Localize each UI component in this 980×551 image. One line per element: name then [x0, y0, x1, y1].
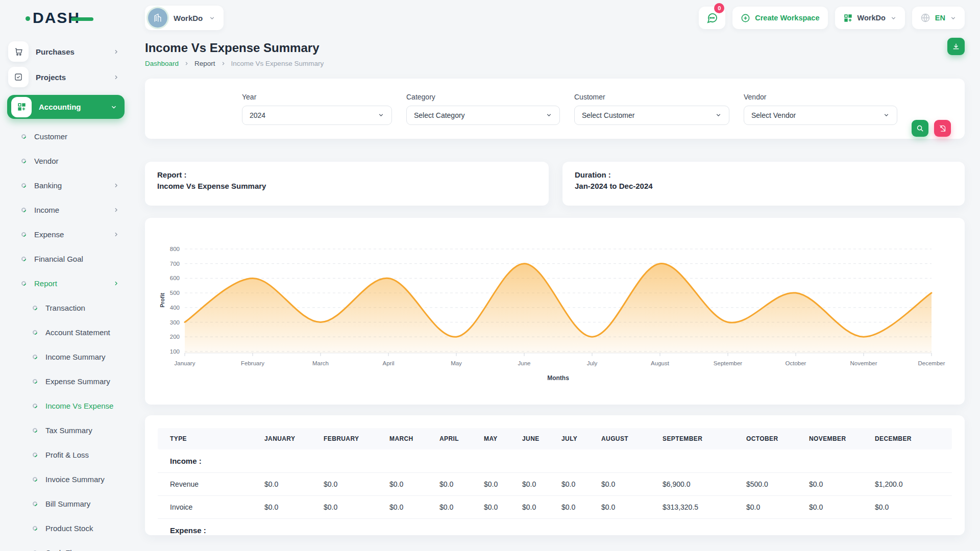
search-icon	[916, 124, 924, 132]
row-type: Revenue	[158, 473, 259, 496]
sidebar-item-income-vs-expense[interactable]: Income Vs Expense	[0, 393, 132, 418]
main-area: WorkDo 0 Create Workspace WorkDo EN	[132, 0, 980, 551]
column-header-november: NOVEMBER	[804, 428, 870, 449]
chevron-right-icon	[113, 48, 119, 55]
sidebar-item-income[interactable]: Income	[0, 197, 132, 222]
sidebar-item-product-stock[interactable]: Product Stock	[0, 516, 132, 540]
column-header-august: AUGUST	[596, 428, 657, 449]
sidebar-item-report[interactable]: Report	[0, 271, 132, 295]
create-workspace-button[interactable]: Create Workspace	[732, 7, 827, 29]
cell-value: $0.0	[384, 496, 434, 519]
workspace-menu-button[interactable]: WorkDo	[835, 7, 905, 29]
breadcrumb-report[interactable]: Report	[194, 60, 215, 67]
submenu-bullet-icon	[32, 476, 38, 483]
cell-value: $0.0	[434, 473, 479, 496]
submenu-bullet-icon	[32, 329, 38, 336]
page-title: Income Vs Expense Summary	[145, 41, 324, 55]
breadcrumb-dashboard[interactable]: Dashboard	[145, 60, 179, 67]
section-label: Income :	[158, 449, 952, 473]
sidebar-item-purchases[interactable]: Purchases	[0, 39, 132, 64]
cell-value: $0.0	[556, 473, 596, 496]
sidebar-item-customer[interactable]: Customer	[0, 124, 132, 148]
sidebar-item-expense-summary[interactable]: Expense Summary	[0, 369, 132, 393]
sidebar-item-vendor[interactable]: Vendor	[0, 148, 132, 173]
sidebar-item-income-summary[interactable]: Income Summary	[0, 344, 132, 369]
sidebar-item-label: Tax Summary	[45, 426, 132, 435]
sidebar-item-invoice-summary[interactable]: Invoice Summary	[0, 467, 132, 491]
sidebar-item-label: Financial Goal	[34, 255, 132, 263]
chevron-right-icon	[113, 207, 119, 213]
customer-select[interactable]: Select Customer	[574, 106, 729, 125]
submenu-bullet-icon	[20, 231, 27, 238]
apply-filter-button[interactable]	[912, 120, 928, 137]
sidebar-item-accounting[interactable]: Accounting	[7, 95, 125, 119]
app-logo[interactable]: DASH	[0, 0, 132, 36]
breadcrumb: Dashboard Report Income Vs Expense Summa…	[145, 60, 324, 67]
workspace-menu-label: WorkDo	[857, 14, 886, 22]
sidebar-item-bill-summary[interactable]: Bill Summary	[0, 491, 132, 516]
profit-chart-card: 800700600500400300200100JanuaryFebruaryM…	[145, 218, 965, 405]
cell-value: $0.0	[804, 496, 870, 519]
reset-filter-button[interactable]	[934, 120, 951, 137]
sidebar-item-label: Income	[34, 206, 113, 214]
language-label: EN	[935, 14, 945, 22]
column-header-december: DECEMBER	[870, 428, 952, 449]
svg-text:November: November	[850, 360, 877, 366]
cell-value: $500.0	[741, 473, 804, 496]
vendor-select-value: Select Vendor	[751, 111, 796, 119]
chevron-right-icon	[113, 182, 119, 189]
sidebar-item-banking[interactable]: Banking	[0, 173, 132, 197]
page-header: Income Vs Expense Summary Dashboard Repo…	[145, 36, 965, 67]
table-row-invoice: Invoice$0.0$0.0$0.0$0.0$0.0$0.0$0.0$0.0$…	[158, 496, 952, 519]
sidebar-item-cash-flow[interactable]: Cash Flow	[0, 540, 132, 551]
chevron-down-icon	[209, 15, 215, 21]
sidebar-item-tax-summary[interactable]: Tax Summary	[0, 418, 132, 442]
workspace-switcher[interactable]: WorkDo	[145, 6, 224, 30]
language-selector[interactable]: EN	[912, 7, 965, 29]
category-select[interactable]: Select Category	[406, 106, 560, 125]
svg-text:300: 300	[170, 319, 180, 325]
sidebar-item-label: Bill Summary	[45, 499, 132, 508]
cell-value: $0.0	[259, 496, 318, 519]
sidebar-item-expense[interactable]: Expense	[0, 222, 132, 246]
sidebar-item-profit-loss[interactable]: Profit & Loss	[0, 442, 132, 467]
duration-card-value: Jan-2024 to Dec-2024	[575, 182, 952, 190]
submenu-bullet-icon	[32, 354, 38, 360]
submenu-bullet-icon	[32, 525, 38, 532]
svg-text:August: August	[651, 360, 670, 366]
column-header-july: JULY	[556, 428, 596, 449]
duration-card-title: Duration :	[575, 170, 952, 179]
cell-value: $0.0	[596, 473, 657, 496]
top-bar: WorkDo 0 Create Workspace WorkDo EN	[132, 0, 980, 36]
year-label: Year	[242, 93, 392, 101]
sidebar-item-financial-goal[interactable]: Financial Goal	[0, 246, 132, 271]
column-header-april: APRIL	[434, 428, 479, 449]
chevron-right-icon	[220, 61, 226, 66]
sidebar-item-label: Customer	[34, 132, 132, 141]
sidebar-item-transaction[interactable]: Transaction	[0, 295, 132, 320]
download-button[interactable]	[947, 38, 965, 55]
income-expense-table-card: TYPEJANUARYFEBRUARYMARCHAPRILMAYJUNEJULY…	[145, 415, 965, 535]
sidebar-item-label: Cash Flow	[45, 548, 132, 551]
cart-icon	[8, 41, 29, 62]
workspace-name: WorkDo	[174, 14, 203, 22]
chevron-down-icon	[950, 15, 957, 21]
cell-value: $1,200.0	[870, 473, 952, 496]
cell-value: $0.0	[596, 496, 657, 519]
file-off-icon	[939, 124, 946, 132]
vendor-label: Vendor	[744, 93, 897, 101]
sidebar-item-label: Income Summary	[45, 353, 132, 361]
svg-text:600: 600	[170, 275, 180, 281]
year-select[interactable]: 2024	[242, 106, 392, 125]
table-section-expense: Expense :	[158, 519, 952, 536]
sidebar-item-label: Income Vs Expense	[45, 402, 132, 410]
report-summary-card: Report : Income Vs Expense Summary	[145, 162, 549, 206]
sidebar-item-account-statement[interactable]: Account Statement	[0, 320, 132, 344]
report-card-value: Income Vs Expense Summary	[157, 182, 536, 190]
vendor-select[interactable]: Select Vendor	[744, 106, 897, 125]
svg-text:May: May	[451, 360, 462, 366]
column-header-june: JUNE	[517, 428, 556, 449]
sidebar-item-projects[interactable]: Projects	[0, 64, 132, 90]
messages-button[interactable]: 0	[699, 7, 725, 29]
column-header-type: TYPE	[158, 428, 259, 449]
